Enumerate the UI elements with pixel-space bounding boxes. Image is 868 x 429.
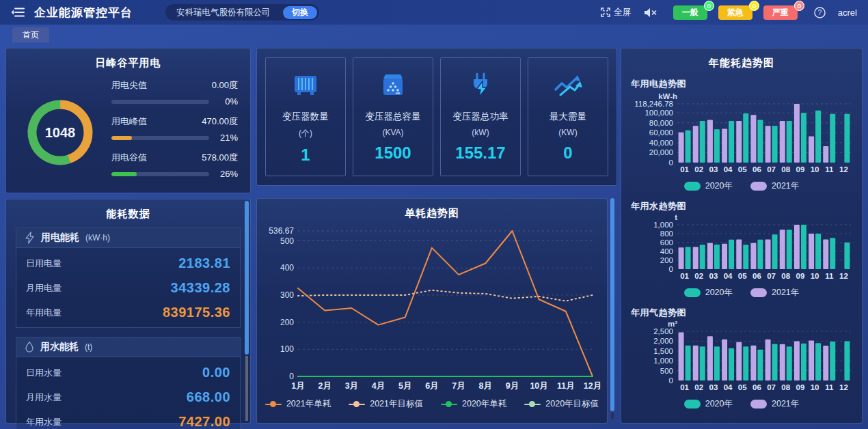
energy-section-title: 用水能耗 — [40, 341, 79, 353]
alarm-buttons: 一般0紧急0严重0 — [673, 5, 798, 20]
energy-panel-scrollbar[interactable] — [245, 201, 249, 422]
main-area-scrollbar[interactable] — [610, 198, 614, 419]
stat-card-value: 155.17 — [455, 143, 505, 163]
legend-marker — [524, 401, 541, 407]
energy-row: 日用水量0.00 — [16, 360, 240, 385]
yearly-panel-title: 年能耗趋势图 — [621, 49, 862, 70]
legend-item-2020年[interactable]: 2020年 — [684, 287, 733, 299]
svg-text:118,246.78: 118,246.78 — [634, 100, 673, 108]
alarm-button-严重[interactable]: 严重0 — [763, 5, 798, 20]
svg-text:?: ? — [817, 9, 822, 16]
svg-text:0: 0 — [669, 376, 673, 385]
svg-text:12: 12 — [839, 383, 848, 391]
svg-text:09: 09 — [796, 165, 805, 174]
fullscreen-button[interactable]: 全屏 — [601, 6, 632, 18]
energy-row: 月用水量668.00 — [16, 385, 240, 409]
company-selector[interactable]: 安科瑞电气股份有限公司 切换 — [165, 4, 319, 20]
energy-row-value: 839175.36 — [163, 305, 230, 320]
svg-text:9月: 9月 — [506, 381, 519, 391]
legend-item-2020年[interactable]: 2020年 — [684, 398, 733, 410]
help-icon[interactable]: ? — [814, 7, 826, 18]
svg-text:100,000: 100,000 — [645, 109, 673, 117]
legend-swatch — [750, 400, 767, 409]
stat-cards-row: 变压器数量(个)1变压器总容量(KVA)1500变压器总功率(kW)155.17… — [257, 49, 616, 185]
energy-row-value: 668.00 — [187, 389, 230, 405]
legend-swatch — [750, 288, 767, 297]
legend-item-2021年单耗[interactable]: 2021年单耗 — [265, 398, 331, 410]
svg-text:300: 300 — [280, 290, 294, 300]
svg-text:600: 600 — [660, 238, 673, 247]
energy-section: 用电能耗(kW·h)日用电量2183.81月用电量34339.28年用电量839… — [16, 227, 241, 328]
alarm-button-紧急[interactable]: 紧急0 — [718, 5, 752, 20]
svg-text:1,000: 1,000 — [653, 221, 673, 229]
legend-item-2021年目标值[interactable]: 2021年目标值 — [349, 398, 423, 410]
svg-text:0: 0 — [669, 158, 673, 167]
user-menu[interactable]: acrel — [838, 8, 857, 18]
legend-item-2020年[interactable]: 2020年 — [684, 180, 733, 192]
stat-card-value: 1 — [301, 146, 310, 165]
stat-card: 变压器总功率(kW)155.17 — [440, 57, 521, 176]
legend-item-2021年[interactable]: 2021年 — [750, 398, 799, 410]
svg-text:0: 0 — [669, 265, 673, 273]
menu-fold-icon[interactable] — [11, 7, 25, 18]
svg-text:05: 05 — [738, 272, 747, 280]
svg-text:11: 11 — [825, 272, 834, 280]
peak-row-value: 0.00度 — [212, 79, 238, 92]
legend-swatch — [750, 182, 767, 191]
energy-row-label: 日用电量 — [26, 258, 62, 270]
legend-swatch — [684, 288, 701, 297]
svg-text:07: 07 — [767, 165, 776, 174]
svg-text:02: 02 — [694, 272, 703, 280]
energy-section: 用水能耗(t)日用水量0.00月用水量668.00年用水量7427.00 — [16, 337, 241, 429]
svg-text:1,000: 1,000 — [653, 357, 673, 365]
legend-marker — [441, 401, 457, 407]
svg-text:7月: 7月 — [452, 381, 465, 391]
svg-text:60,000: 60,000 — [649, 128, 673, 137]
svg-text:5月: 5月 — [398, 381, 411, 391]
svg-text:11月: 11月 — [557, 381, 575, 391]
peak-valley-rows: 用电尖值0.00度0%用电峰值470.00度21%用电谷值578.00度26% — [111, 79, 238, 188]
legend-swatch — [684, 182, 701, 191]
stat-card-unit: (KW) — [558, 128, 577, 137]
yearly-electricity-legend: 2020年2021年 — [621, 180, 862, 192]
svg-text:10: 10 — [811, 272, 819, 280]
legend-item-2020年单耗[interactable]: 2020年单耗 — [441, 398, 506, 410]
legend-item-2020年目标值[interactable]: 2020年目标值 — [524, 398, 599, 410]
svg-text:40,000: 40,000 — [649, 139, 673, 147]
energy-data-panel: 能耗数据 用电能耗(kW·h)日用电量2183.81月用电量34339.28年用… — [5, 199, 251, 424]
svg-text:8月: 8月 — [479, 381, 492, 391]
stat-card-label: 变压器总功率 — [453, 111, 508, 123]
alarm-button-一般[interactable]: 一般0 — [673, 5, 707, 20]
legend-label: 2020年单耗 — [462, 398, 506, 410]
legend-swatch — [684, 400, 701, 409]
energy-row: 日用电量2183.81 — [16, 251, 240, 275]
peak-row-label: 用电峰值 — [111, 115, 147, 128]
peak-progress-fill — [111, 136, 132, 140]
energy-row-value: 0.00 — [202, 365, 230, 380]
stat-card-unit: (个) — [299, 128, 312, 139]
yearly-electricity-bar-chart: kW-h020,00040,00060,00080,000100,000118,… — [621, 92, 862, 179]
tab-home[interactable]: 首页 — [12, 27, 49, 42]
svg-text:6月: 6月 — [425, 381, 438, 391]
peak-row: 用电峰值470.00度21% — [111, 115, 238, 143]
stat-card-unit: (KVA) — [382, 128, 403, 137]
page-title: 企业能源管控平台 — [34, 5, 133, 20]
yearly-water-title: 年用水趋势图 — [631, 200, 862, 212]
legend-item-2021年[interactable]: 2021年 — [750, 180, 799, 192]
svg-text:10月: 10月 — [530, 381, 547, 391]
tab-bar: 首页 — [0, 25, 868, 42]
legend-item-2021年[interactable]: 2021年 — [750, 287, 799, 299]
svg-text:09: 09 — [796, 383, 805, 391]
svg-text:07: 07 — [767, 272, 776, 280]
alarm-count-badge: 0 — [749, 1, 759, 11]
mute-icon[interactable] — [644, 8, 657, 18]
switch-company-button[interactable]: 切换 — [283, 6, 317, 19]
svg-text:09: 09 — [796, 272, 805, 280]
energy-panel-title: 能耗数据 — [6, 199, 250, 227]
stat-card-label: 变压器总容量 — [366, 111, 421, 123]
energy-row-label: 日用水量 — [26, 367, 62, 379]
peak-row-percent: 0% — [209, 96, 238, 107]
yearly-water-legend: 2020年2021年 — [621, 287, 862, 299]
legend-label: 2020年 — [705, 287, 733, 299]
unit-consumption-panel: 单耗趋势图 0100200300400500536.671月2月3月4月5月6月… — [256, 198, 608, 424]
